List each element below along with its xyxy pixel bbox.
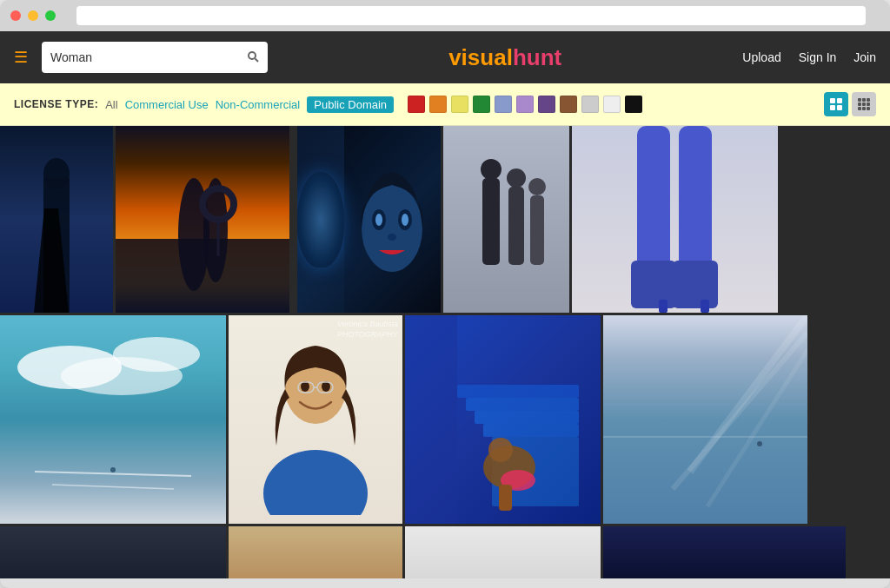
close-button[interactable] [10,10,21,21]
photo-r3-4[interactable] [603,526,846,578]
photo-r1-5[interactable] [572,126,778,313]
filter-public-domain[interactable]: Public Domain [307,96,394,113]
view-toggle [824,92,876,116]
grid4-view-button[interactable] [824,92,848,116]
search-bar [42,42,268,73]
app-header: ☰ visualhunt Upload Sign In Join [0,31,890,83]
grid9-view-button[interactable] [852,92,876,116]
filter-bar: LICENSE TYPE: All Commercial Use Non-Com… [0,83,890,126]
photo-grid: Veronica BautistaPHOTOGRAPHY [0,126,890,578]
sign-in-link[interactable]: Sign In [799,50,837,64]
photo-r1-3[interactable] [297,126,441,313]
swatch-red[interactable] [408,96,425,113]
svg-point-29 [61,357,183,395]
photo-row-3 [0,526,890,578]
svg-point-16 [481,159,501,180]
svg-point-54 [757,441,762,446]
photo-r3-3[interactable] [405,526,601,578]
svg-rect-49 [499,485,512,511]
svg-point-33 [263,450,368,515]
svg-point-0 [249,52,256,59]
photo-r1-1[interactable] [0,126,113,313]
header-nav: Upload Sign In Join [742,50,876,64]
swatch-yellow[interactable] [451,96,468,113]
svg-point-13 [402,214,408,226]
photo-r2-4[interactable] [603,315,807,524]
logo-area: visualhunt [282,44,728,71]
photo-r1-4[interactable] [443,126,569,313]
hamburger-icon[interactable]: ☰ [14,48,28,67]
svg-rect-25 [659,300,668,313]
filter-non-commercial[interactable]: Non-Commercial [216,98,301,111]
svg-point-3 [43,158,70,189]
svg-rect-17 [508,187,524,265]
svg-line-51 [673,333,807,489]
svg-rect-26 [701,300,709,313]
photo-r2-3[interactable] [405,315,601,524]
photo-r3-2[interactable] [229,526,402,578]
browser-window: ☰ visualhunt Upload Sign In Join LICENSE… [0,0,890,588]
svg-rect-15 [482,178,500,265]
address-bar[interactable] [76,6,866,25]
photo-r2-2[interactable]: Veronica BautistaPHOTOGRAPHY [229,315,402,524]
photo-r3-1[interactable] [0,526,226,578]
photo-row-2: Veronica BautistaPHOTOGRAPHY [0,315,890,524]
swatch-gray-white[interactable] [603,96,621,113]
photo-r2-1[interactable] [0,315,226,524]
svg-line-31 [52,485,174,489]
svg-point-9 [362,185,422,272]
swatch-orange[interactable] [429,96,447,113]
svg-point-18 [507,168,526,188]
photo-row-1 [0,126,890,313]
svg-rect-40 [457,385,579,398]
swatch-gray-light[interactable] [581,96,599,113]
upload-link[interactable]: Upload [742,50,780,64]
swatch-purple-dark[interactable] [538,96,555,113]
search-button[interactable] [247,50,259,65]
svg-rect-45 [405,315,457,524]
filter-all[interactable]: All [105,98,117,111]
swatch-black[interactable] [625,96,642,113]
svg-point-47 [488,438,513,462]
logo-visual: visual [448,44,513,70]
svg-rect-19 [530,195,544,265]
svg-rect-24 [673,261,718,308]
search-input[interactable] [50,50,247,64]
svg-rect-41 [466,398,579,411]
svg-rect-23 [631,261,676,308]
svg-point-32 [110,467,116,472]
svg-rect-43 [483,424,579,437]
svg-rect-42 [475,411,579,424]
minimize-button[interactable] [28,10,38,21]
svg-point-12 [375,214,382,226]
swatch-brown[interactable] [560,96,577,113]
logo-hunt: hunt [513,44,561,70]
svg-line-1 [256,58,259,62]
join-link[interactable]: Join [853,50,876,64]
photo-r1-2[interactable] [116,126,289,313]
color-swatches [408,96,642,113]
filter-label: LICENSE TYPE: [14,98,98,110]
filter-commercial[interactable]: Commercial Use [125,98,209,111]
swatch-green[interactable] [473,96,490,113]
site-logo[interactable]: visualhunt [448,44,561,71]
swatch-purple-light[interactable] [516,96,534,113]
browser-titlebar [0,0,890,31]
svg-point-14 [388,234,396,241]
swatch-blue-light[interactable] [495,96,512,113]
maximize-button[interactable] [45,10,56,21]
svg-rect-2 [43,178,70,313]
svg-point-20 [528,178,546,195]
